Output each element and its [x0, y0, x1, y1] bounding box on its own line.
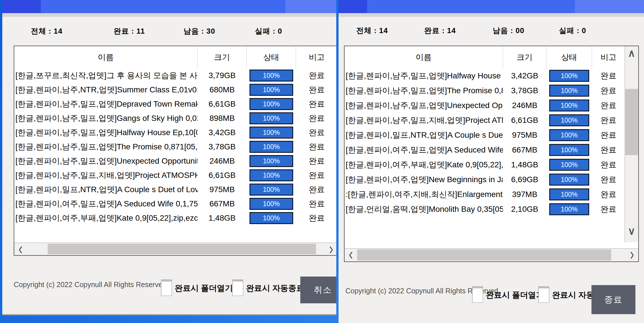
- table-row[interactable]: [한글,렌파이,여주,업뎃]New Beginnings in Japan Ch…: [345, 172, 625, 187]
- stat-item: 완료 : 14: [424, 26, 456, 36]
- table-row[interactable]: [한글,렌파이,남주,NTR,업뎃]Summer Class E,01v0,5[…: [14, 83, 336, 97]
- hscroll-thumb[interactable]: [357, 249, 611, 261]
- status-cell: 완료: [592, 145, 625, 155]
- exit-button[interactable]: 종료: [591, 285, 635, 314]
- vscroll-up-arrow-icon[interactable]: ∧: [625, 47, 638, 59]
- hscroll-left-arrow-icon[interactable]: ‹: [345, 246, 357, 264]
- progress-cell: 100%: [247, 184, 296, 196]
- file-name-cell: [한글,렌파이,남주,밀프,업뎃]Unexpected Opportunity …: [14, 156, 198, 166]
- file-name-cell: [한글,렌파이,밀프,NTR,업뎃]A Couple s Duet of Lov…: [345, 130, 503, 141]
- table-row[interactable]: [한글,렌파이,여주,밀프,업뎃]A Seduced Wife 0,1,75[0…: [14, 197, 336, 211]
- file-size-cell: 3,42GB: [198, 128, 247, 137]
- progress-bar: 100%: [249, 169, 293, 181]
- cancel-button[interactable]: 취소: [300, 277, 336, 303]
- progress-bar: 100%: [549, 99, 589, 111]
- stat-item: 완료 : 11: [114, 26, 145, 36]
- status-cell: 완료: [592, 189, 625, 200]
- vscroll-thumb[interactable]: [625, 89, 638, 155]
- table-row[interactable]: [한글,렌파이,남주,밀프,지배,업뎃]Project ATMOSPHERE 0…: [14, 168, 336, 182]
- file-name-cell: [한글,렌파이,남주,밀프,업뎃]Unexpected Opportunity …: [345, 100, 503, 111]
- column-header-note[interactable]: 비고: [296, 46, 336, 68]
- column-header-status[interactable]: 상태: [247, 46, 296, 68]
- hscroll-right-arrow-icon[interactable]: ›: [626, 246, 638, 264]
- hscroll-left-arrow-icon[interactable]: ‹: [15, 241, 26, 257]
- table-row[interactable]: :[한글,렌파이,여주,지배,최신작]Enlargements Ep,1[05,…: [345, 187, 625, 202]
- table-row[interactable]: [한글,렌파이,남주,밀프,업뎃]Gangs of Sky High 0,02[…: [14, 111, 336, 125]
- table-row[interactable]: [한글,렌파이,남주,밀프,업뎃]Depraved Town Remake 0,…: [14, 97, 336, 111]
- horizontal-scrollbar[interactable]: ‹ ›: [345, 248, 638, 261]
- table-row[interactable]: [한글,렌파이,여주,부패,업뎃]Kate 0,9[05,22],zip,ezc…: [14, 211, 336, 225]
- table-row[interactable]: [한글,렌파이,남주,밀프,업뎃]Halfway House Ep,10[05,…: [345, 68, 625, 83]
- vscroll-down-arrow-icon[interactable]: ∨: [625, 225, 638, 237]
- progress-label: 100%: [263, 186, 280, 194]
- table-row[interactable]: [한글,렌파이,남주,밀프,업뎃]The Promise 0,871[05,22…: [14, 140, 336, 154]
- table-row[interactable]: [한글,렌파이,남주,밀프,업뎃]Halfway House Ep,10[05,…: [14, 125, 336, 140]
- column-header-note[interactable]: 비고: [592, 46, 625, 68]
- file-size-cell: 975MB: [198, 185, 247, 194]
- column-header-status[interactable]: 상태: [546, 46, 592, 68]
- status-cell: 완료: [592, 204, 625, 215]
- table-row[interactable]: [한글,언리얼,움떡,업뎃]Monolith Bay 0,35[05,22],z…: [345, 202, 625, 217]
- progress-label: 100%: [263, 172, 280, 179]
- stat-item: 남음 : 00: [493, 26, 524, 36]
- horizontal-scrollbar[interactable]: ‹ ›: [14, 243, 336, 255]
- progress-cell: 100%: [247, 198, 296, 210]
- file-size-cell: 2,10GB: [503, 205, 546, 214]
- file-name-cell: [한글,렌파이,남주,NTR,업뎃]Summer Class E,01v0,5[…: [14, 84, 198, 95]
- table-row[interactable]: [한글,렌파이,남주,밀프,지배,업뎃]Project ATMOSPHERE 0…: [345, 113, 625, 128]
- titlebar-segment: [2, 0, 41, 13]
- column-header-name[interactable]: 이름: [345, 46, 503, 68]
- column-header-size[interactable]: 크기: [198, 46, 247, 68]
- open-folder-checkbox[interactable]: [161, 279, 172, 296]
- progress-label: 100%: [263, 72, 280, 80]
- file-name-cell: [한글,렌파이,남주,밀프,업뎃]Depraved Town Remake 0,…: [14, 99, 198, 109]
- column-header-name[interactable]: 이름: [14, 46, 198, 68]
- status-cell: 완료: [296, 84, 336, 95]
- download-table: 이름 크기 상태 비고 [한글,렌파이,남주,밀프,업뎃]Halfway Hou…: [344, 46, 639, 262]
- progress-bar: 100%: [549, 114, 589, 126]
- table-row[interactable]: [한글,렌파이,남주,밀프,업뎃]Unexpected Opportunity …: [345, 98, 625, 113]
- progress-label: 100%: [561, 131, 578, 139]
- titlebar-segment: [575, 0, 644, 13]
- titlebar-underline: [2, 13, 336, 17]
- file-size-cell: 397MB: [503, 190, 546, 199]
- progress-bar: 100%: [249, 70, 293, 82]
- progress-cell: 100%: [546, 174, 592, 186]
- file-size-cell: 6,61GB: [198, 99, 247, 109]
- table-row[interactable]: [한글,렌파이,밀프,NTR,업뎃]A Couple s Duet of Lov…: [345, 128, 625, 143]
- file-size-cell: 1,48GB: [503, 160, 546, 169]
- status-cell: 완료: [592, 70, 625, 81]
- file-size-cell: 667MB: [503, 145, 546, 155]
- table-row[interactable]: [한글,렌파이,여주,밀프,업뎃]A Seduced Wife 0,1,75[0…: [345, 143, 625, 157]
- titlebar[interactable]: [339, 0, 644, 13]
- progress-bar: 100%: [549, 203, 589, 215]
- table-row[interactable]: [한글,렌파이,밀프,NTR,업뎃]A Couple s Duet of Lov…: [14, 182, 336, 197]
- download-table: 이름 크기 상태 비고 [한글,쯔꾸르,최신작,업뎃]그 후 용사의 모습을 본…: [14, 46, 336, 256]
- auto-exit-checkbox[interactable]: [538, 286, 549, 303]
- file-name-cell: [한글,렌파이,여주,업뎃]New Beginnings in Japan Ch…: [345, 174, 503, 185]
- progress-cell: 100%: [546, 85, 592, 97]
- progress-cell: 100%: [546, 129, 592, 141]
- hscroll-thumb[interactable]: [48, 244, 316, 254]
- stat-item: 실패 : 0: [255, 26, 282, 36]
- progress-label: 100%: [561, 161, 578, 169]
- file-name-cell: [한글,렌파이,남주,밀프,업뎃]Halfway House Ep,10[05,…: [14, 127, 198, 138]
- file-name-cell: [한글,렌파이,남주,밀프,업뎃]The Promise 0,871[05,22…: [345, 85, 503, 96]
- hscroll-right-arrow-icon[interactable]: ›: [325, 241, 336, 257]
- progress-bar: 100%: [249, 112, 293, 124]
- status-cell: 완료: [296, 156, 336, 166]
- table-row[interactable]: [한글,렌파이,여주,부패,업뎃]Kate 0,9[05,22],zip,ezc…: [345, 157, 625, 172]
- column-header-size[interactable]: 크기: [503, 46, 546, 68]
- file-size-cell: 898MB: [198, 114, 247, 123]
- status-cell: 완료: [296, 99, 336, 109]
- progress-label: 100%: [263, 143, 280, 151]
- table-row[interactable]: [한글,렌파이,남주,밀프,업뎃]The Promise 0,871[05,22…: [345, 83, 625, 98]
- status-cell: 완료: [296, 70, 336, 81]
- titlebar[interactable]: [2, 0, 336, 13]
- table-row[interactable]: [한글,렌파이,남주,밀프,업뎃]Unexpected Opportunity …: [14, 154, 336, 168]
- vertical-scrollbar[interactable]: ∧ ∨: [625, 46, 638, 242]
- progress-label: 100%: [561, 146, 578, 154]
- open-folder-checkbox[interactable]: [472, 286, 483, 303]
- table-row[interactable]: [한글,쯔꾸르,최신작,업뎃]그 후 용사의 모습을 본 사람은 없ㄷ 3,79…: [14, 68, 336, 83]
- auto-exit-checkbox[interactable]: [232, 279, 243, 296]
